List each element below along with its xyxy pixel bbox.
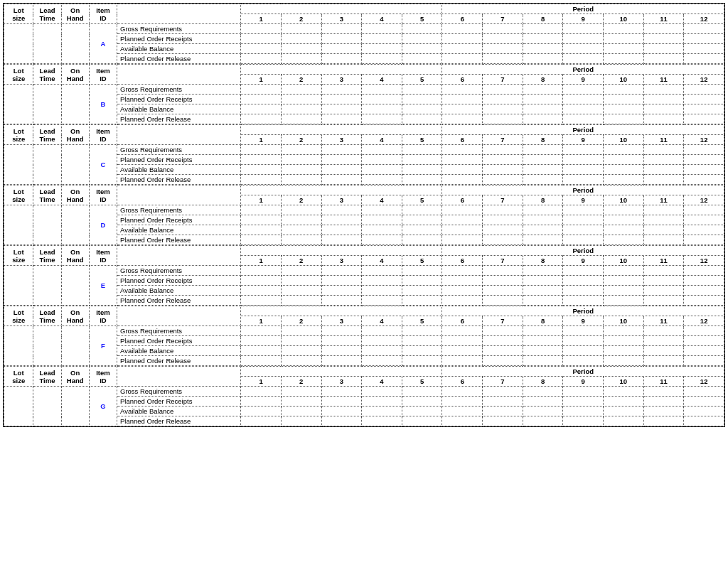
cell-a-planned-order-receipts-period-11[interactable] (643, 34, 684, 44)
cell-c-gross-requirements-period-8[interactable] (523, 145, 563, 155)
cell-g-available-balance-period-5[interactable] (402, 407, 442, 416)
cell-a-available-balance-period-11[interactable] (643, 44, 684, 54)
cell-b-gross-requirements-period-1[interactable] (241, 85, 282, 95)
cell-d-gross-requirements-period-6[interactable] (442, 205, 483, 215)
cell-a-planned-order-release-period-4[interactable] (362, 54, 402, 64)
cell-c-planned-order-release-period-5[interactable] (402, 175, 442, 185)
cell-g-gross-requirements-period-10[interactable] (604, 387, 644, 397)
cell-c-gross-requirements-period-12[interactable] (684, 145, 724, 155)
cell-d-planned-order-receipts-period-11[interactable] (643, 215, 684, 225)
cell-a-gross-requirements-period-4[interactable] (362, 24, 402, 34)
cell-b-gross-requirements-period-9[interactable] (563, 85, 604, 95)
cell-e-gross-requirements-period-7[interactable] (483, 266, 523, 276)
cell-f-planned-order-release-period-4[interactable] (362, 356, 402, 366)
cell-e-gross-requirements-period-9[interactable] (563, 266, 604, 276)
cell-c-available-balance-period-6[interactable] (442, 165, 483, 175)
cell-e-planned-order-receipts-period-5[interactable] (402, 276, 442, 286)
cell-f-planned-order-release-period-10[interactable] (604, 356, 644, 366)
cell-b-available-balance-period-12[interactable] (684, 104, 724, 114)
cell-c-available-balance-period-11[interactable] (643, 165, 684, 175)
cell-c-planned-order-receipts-period-10[interactable] (604, 155, 644, 165)
cell-g-planned-order-release-period-3[interactable] (321, 416, 362, 426)
cell-a-planned-order-release-period-10[interactable] (604, 54, 644, 64)
cell-e-gross-requirements-period-3[interactable] (321, 266, 362, 276)
cell-e-planned-order-receipts-period-11[interactable] (643, 276, 684, 286)
cell-b-planned-order-receipts-period-3[interactable] (321, 95, 362, 104)
cell-b-planned-order-receipts-period-2[interactable] (281, 95, 321, 104)
cell-d-gross-requirements-period-3[interactable] (321, 205, 362, 215)
cell-f-planned-order-release-period-9[interactable] (563, 356, 604, 366)
cell-g-planned-order-release-period-5[interactable] (402, 416, 442, 426)
cell-b-gross-requirements-period-12[interactable] (684, 85, 724, 95)
cell-b-gross-requirements-period-6[interactable] (442, 85, 483, 95)
cell-d-planned-order-release-period-3[interactable] (321, 235, 362, 245)
cell-a-gross-requirements-period-12[interactable] (684, 24, 724, 34)
cell-c-gross-requirements-period-2[interactable] (281, 145, 321, 155)
cell-a-available-balance-period-8[interactable] (523, 44, 563, 54)
cell-g-gross-requirements-period-5[interactable] (402, 387, 442, 397)
cell-b-planned-order-release-period-8[interactable] (523, 114, 563, 124)
cell-a-planned-order-release-period-6[interactable] (442, 54, 483, 64)
cell-g-gross-requirements-period-2[interactable] (281, 387, 321, 397)
cell-g-planned-order-receipts-period-8[interactable] (523, 397, 563, 407)
cell-g-gross-requirements-period-4[interactable] (362, 387, 402, 397)
cell-e-gross-requirements-period-12[interactable] (684, 266, 724, 276)
cell-c-gross-requirements-period-5[interactable] (402, 145, 442, 155)
cell-d-available-balance-period-10[interactable] (604, 225, 644, 235)
cell-a-available-balance-period-3[interactable] (321, 44, 362, 54)
cell-f-available-balance-period-8[interactable] (523, 346, 563, 356)
cell-c-planned-order-release-period-6[interactable] (442, 175, 483, 185)
cell-g-gross-requirements-period-12[interactable] (684, 387, 724, 397)
cell-b-available-balance-period-1[interactable] (241, 104, 282, 114)
cell-a-gross-requirements-period-5[interactable] (402, 24, 442, 34)
cell-g-available-balance-period-1[interactable] (241, 407, 282, 416)
cell-f-available-balance-period-6[interactable] (442, 346, 483, 356)
cell-b-gross-requirements-period-11[interactable] (643, 85, 684, 95)
cell-b-planned-order-receipts-period-10[interactable] (604, 95, 644, 104)
cell-d-available-balance-period-7[interactable] (483, 225, 523, 235)
cell-c-planned-order-release-period-7[interactable] (483, 175, 523, 185)
cell-g-gross-requirements-period-6[interactable] (442, 387, 483, 397)
cell-e-gross-requirements-period-2[interactable] (281, 266, 321, 276)
cell-a-available-balance-period-5[interactable] (402, 44, 442, 54)
cell-g-planned-order-receipts-period-11[interactable] (643, 397, 684, 407)
cell-c-planned-order-receipts-period-1[interactable] (241, 155, 282, 165)
cell-c-gross-requirements-period-11[interactable] (643, 145, 684, 155)
cell-c-planned-order-receipts-period-9[interactable] (563, 155, 604, 165)
cell-c-planned-order-receipts-period-4[interactable] (362, 155, 402, 165)
cell-f-gross-requirements-period-1[interactable] (241, 326, 282, 336)
cell-d-available-balance-period-8[interactable] (523, 225, 563, 235)
cell-e-available-balance-period-6[interactable] (442, 286, 483, 296)
cell-a-planned-order-receipts-period-7[interactable] (483, 34, 523, 44)
cell-b-planned-order-release-period-1[interactable] (241, 114, 282, 124)
cell-g-planned-order-receipts-period-9[interactable] (563, 397, 604, 407)
cell-a-planned-order-receipts-period-4[interactable] (362, 34, 402, 44)
cell-e-planned-order-release-period-12[interactable] (684, 296, 724, 306)
cell-b-planned-order-receipts-period-4[interactable] (362, 95, 402, 104)
cell-e-planned-order-receipts-period-8[interactable] (523, 276, 563, 286)
cell-d-planned-order-receipts-period-10[interactable] (604, 215, 644, 225)
cell-d-gross-requirements-period-4[interactable] (362, 205, 402, 215)
cell-a-available-balance-period-9[interactable] (563, 44, 604, 54)
cell-b-planned-order-release-period-4[interactable] (362, 114, 402, 124)
cell-b-planned-order-receipts-period-5[interactable] (402, 95, 442, 104)
cell-c-planned-order-release-period-2[interactable] (281, 175, 321, 185)
cell-c-available-balance-period-5[interactable] (402, 165, 442, 175)
cell-f-planned-order-receipts-period-12[interactable] (684, 336, 724, 346)
cell-c-planned-order-release-period-10[interactable] (604, 175, 644, 185)
cell-d-planned-order-receipts-period-6[interactable] (442, 215, 483, 225)
cell-c-available-balance-period-3[interactable] (321, 165, 362, 175)
cell-d-planned-order-receipts-period-3[interactable] (321, 215, 362, 225)
cell-e-available-balance-period-9[interactable] (563, 286, 604, 296)
cell-c-planned-order-release-period-12[interactable] (684, 175, 724, 185)
cell-e-planned-order-release-period-10[interactable] (604, 296, 644, 306)
cell-e-planned-order-receipts-period-9[interactable] (563, 276, 604, 286)
cell-g-available-balance-period-11[interactable] (643, 407, 684, 416)
cell-g-planned-order-release-period-7[interactable] (483, 416, 523, 426)
cell-g-available-balance-period-8[interactable] (523, 407, 563, 416)
cell-g-planned-order-receipts-period-6[interactable] (442, 397, 483, 407)
cell-e-available-balance-period-12[interactable] (684, 286, 724, 296)
cell-e-planned-order-receipts-period-1[interactable] (241, 276, 282, 286)
cell-e-planned-order-receipts-period-12[interactable] (684, 276, 724, 286)
cell-d-planned-order-release-period-2[interactable] (281, 235, 321, 245)
